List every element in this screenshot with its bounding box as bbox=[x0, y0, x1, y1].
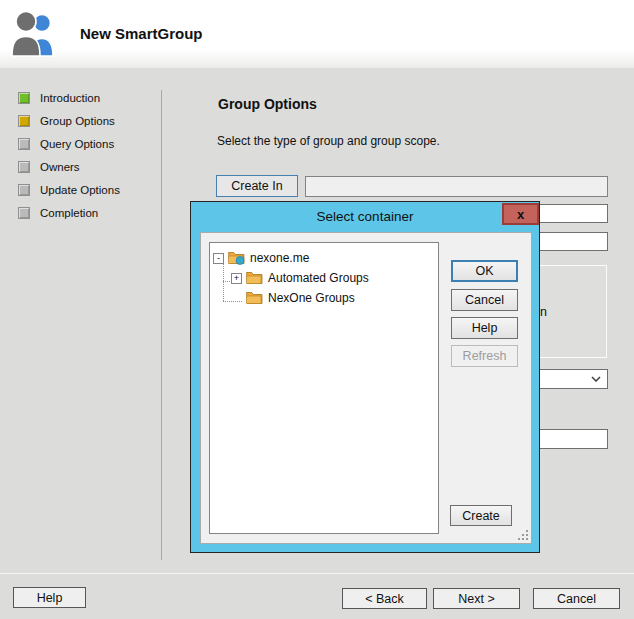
ok-button[interactable]: OK bbox=[451, 260, 518, 282]
resize-grip-icon[interactable] bbox=[518, 530, 528, 540]
dialog-title: Select container bbox=[191, 202, 539, 232]
close-icon: x bbox=[517, 207, 524, 222]
folder-icon bbox=[246, 291, 263, 305]
back-button[interactable]: < Back bbox=[342, 588, 427, 609]
section-heading: Group Options bbox=[218, 96, 317, 112]
create-button[interactable]: Create bbox=[450, 505, 512, 526]
domain-folder-icon bbox=[228, 251, 245, 265]
status-square-pending bbox=[18, 207, 30, 219]
footer-divider bbox=[0, 573, 634, 574]
wizard-help-button[interactable]: Help bbox=[13, 587, 86, 608]
folder-icon bbox=[246, 271, 263, 285]
help-button[interactable]: Help bbox=[451, 317, 518, 339]
next-button[interactable]: Next > bbox=[433, 588, 520, 609]
step-group-options: Group Options bbox=[18, 109, 120, 132]
obscured-label-fragment: n bbox=[540, 305, 547, 319]
tree-item-nexone-groups[interactable]: NexOne Groups bbox=[210, 288, 438, 308]
window-header: New SmartGroup bbox=[0, 0, 634, 68]
collapse-icon[interactable]: - bbox=[213, 253, 224, 264]
step-owners: Owners bbox=[18, 155, 120, 178]
tree-item-label: NexOne Groups bbox=[268, 291, 355, 305]
people-icon bbox=[10, 7, 58, 59]
chevron-down-icon bbox=[591, 376, 601, 382]
tree-item-label: nexone.me bbox=[250, 251, 309, 265]
status-square-pending bbox=[18, 161, 30, 173]
new-smartgroup-window: New SmartGroup Introduction Group Option… bbox=[0, 0, 634, 619]
sidebar-divider bbox=[161, 90, 162, 560]
page-title: New SmartGroup bbox=[80, 25, 203, 42]
tree-item-automated-groups[interactable]: + Automated Groups bbox=[210, 268, 438, 288]
section-subtitle: Select the type of group and group scope… bbox=[217, 134, 440, 148]
close-button[interactable]: x bbox=[502, 203, 539, 225]
create-in-button[interactable]: Create In bbox=[216, 175, 298, 197]
select-container-dialog: Select container x - nexon bbox=[190, 201, 540, 553]
dialog-content: - nexone.me + Au bbox=[200, 232, 532, 544]
tree-item-label: Automated Groups bbox=[268, 271, 369, 285]
status-square-pending bbox=[18, 138, 30, 150]
wizard-steps: Introduction Group Options Query Options… bbox=[18, 86, 120, 224]
container-tree[interactable]: - nexone.me + Au bbox=[209, 242, 439, 534]
step-update-options: Update Options bbox=[18, 178, 120, 201]
step-introduction: Introduction bbox=[18, 86, 120, 109]
expand-icon[interactable]: + bbox=[231, 273, 242, 284]
status-square-complete bbox=[18, 92, 30, 104]
tree-item-root[interactable]: - nexone.me bbox=[210, 248, 438, 268]
wizard-cancel-button[interactable]: Cancel bbox=[533, 588, 620, 609]
refresh-button[interactable]: Refresh bbox=[451, 345, 518, 367]
create-in-path-field[interactable] bbox=[305, 176, 608, 197]
step-query-options: Query Options bbox=[18, 132, 120, 155]
cancel-button[interactable]: Cancel bbox=[451, 289, 518, 311]
status-square-pending bbox=[18, 184, 30, 196]
status-square-current bbox=[18, 115, 30, 127]
step-completion: Completion bbox=[18, 201, 120, 224]
